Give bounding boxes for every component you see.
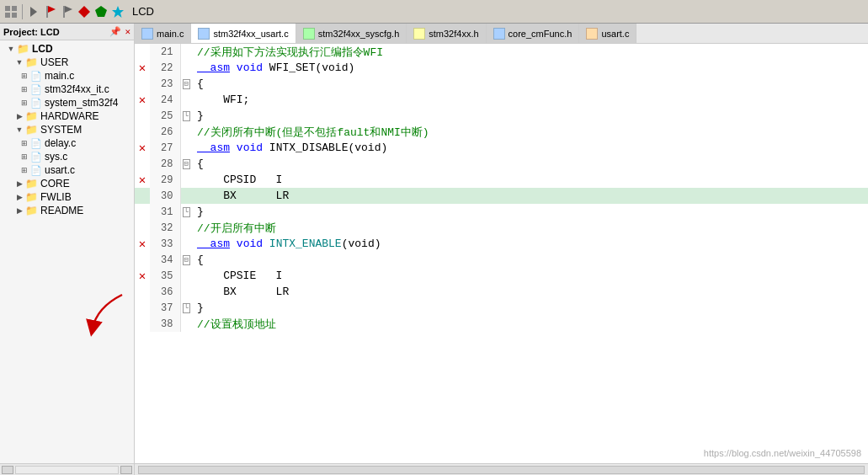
code-content-33: __asm void INTX_ENABLE(void)	[192, 236, 868, 252]
fold-col-33[interactable]	[180, 236, 192, 252]
error-col-30	[135, 188, 150, 204]
svg-marker-4	[30, 7, 37, 17]
tree-item-core[interactable]: ▶ 📁 CORE	[0, 177, 134, 190]
error-marker-24: ✕	[139, 93, 146, 107]
toolbar-icon-pentagon[interactable]	[93, 4, 109, 19]
fold-col-38[interactable]	[180, 316, 192, 332]
error-col-22: ✕	[135, 60, 150, 76]
fold-col-22[interactable]	[180, 60, 192, 76]
toolbar-icon-arrow[interactable]	[26, 4, 41, 19]
tab-icon-usart-c	[586, 28, 598, 40]
code-area[interactable]: 21//采用如下方法实现执行汇编指令WFI✕22__asm void WFI_S…	[135, 44, 868, 463]
fold-col-30[interactable]	[180, 188, 192, 204]
svg-marker-9	[78, 6, 90, 18]
line-num-33: 33	[150, 236, 180, 252]
code-line-21: 21//采用如下方法实现执行汇编指令WFI	[135, 44, 868, 60]
code-content-24: WFI;	[192, 92, 868, 108]
line-num-34: 34	[150, 252, 180, 268]
tree-item-stm32-it[interactable]: ⊞ 📄 stm32f4xx_it.c	[0, 83, 134, 96]
error-col-25	[135, 108, 150, 124]
code-line-35: ✕35 CPSIE I	[135, 268, 868, 284]
tree-item-readme[interactable]: ▶ 📁 README	[0, 204, 134, 217]
tab-core-cmfunc[interactable]: core_cmFunc.h	[487, 24, 580, 44]
code-line-22: ✕22__asm void WFI_SET(void)	[135, 60, 868, 76]
pin-icon[interactable]: 📌	[109, 26, 121, 37]
tab-label-main-c: main.c	[157, 29, 184, 39]
tree-item-system[interactable]: ▼ 📁 SYSTEM	[0, 123, 134, 136]
line-num-21: 21	[150, 44, 180, 60]
error-col-28	[135, 156, 150, 172]
fold-col-29[interactable]	[180, 172, 192, 188]
svg-marker-6	[48, 6, 56, 13]
fold-col-35[interactable]	[180, 268, 192, 284]
error-col-34	[135, 252, 150, 268]
tree-item-lcd[interactable]: ▼ 📁 LCD	[0, 42, 134, 56]
line-num-23: 23	[150, 76, 180, 92]
fold-col-37[interactable]: └	[180, 300, 192, 316]
code-content-28: {	[192, 156, 868, 172]
code-content-27: __asm void INTX_DISABLE(void)	[192, 140, 868, 156]
toolbar-icon-flag2[interactable]	[60, 4, 75, 19]
svg-rect-0	[5, 6, 10, 11]
tab-usart-c[interactable]: usart.c	[579, 24, 636, 44]
fold-col-21[interactable]	[180, 44, 192, 60]
fold-col-26[interactable]	[180, 124, 192, 140]
horizontal-scrollbar[interactable]	[138, 466, 865, 474]
fold-col-27[interactable]	[180, 140, 192, 156]
code-line-30: 30 BX LR	[135, 188, 868, 204]
tree-item-hardware[interactable]: ▶ 📁 HARDWARE	[0, 109, 134, 123]
tab-icon-core-cmfunc	[493, 28, 505, 40]
tab-main-c[interactable]: main.c	[135, 24, 191, 44]
tab-bar: main.c stm32f4xx_usart.c stm32f4xx_syscf…	[135, 24, 868, 44]
toolbar-separator	[22, 4, 23, 19]
tab-icon-stm32-syscfg	[303, 28, 315, 40]
toolbar-icon-flag1[interactable]	[43, 4, 58, 19]
close-panel-icon[interactable]: ✕	[125, 26, 130, 37]
code-content-36: BX LR	[192, 284, 868, 300]
tree-item-system-stm32[interactable]: ⊞ 📄 system_stm32f4	[0, 96, 134, 109]
tab-stm32-usart[interactable]: stm32f4xx_usart.c	[191, 24, 296, 44]
svg-rect-1	[12, 6, 17, 11]
tab-icon-stm32-h	[413, 28, 425, 40]
fold-col-32[interactable]	[180, 220, 192, 236]
tree-item-delay-c[interactable]: ⊞ 📄 delay.c	[0, 136, 134, 150]
tree-item-user[interactable]: ▼ 📁 USER	[0, 56, 134, 69]
code-content-35: CPSIE I	[192, 268, 868, 284]
tree-item-sys-c[interactable]: ⊞ 📄 sys.c	[0, 150, 134, 163]
tab-icon-stm32-usart	[198, 28, 210, 40]
svg-marker-10	[95, 6, 107, 17]
error-marker-33: ✕	[139, 238, 146, 251]
tab-stm32-h[interactable]: stm32f4xx.h	[407, 24, 486, 44]
fold-col-28[interactable]: ⊟	[180, 156, 192, 172]
bottom-scrollbar[interactable]	[135, 463, 868, 475]
tree-item-usart-c[interactable]: ⊞ 📄 usart.c	[0, 163, 134, 177]
toolbar-icon-grid[interactable]	[3, 4, 19, 19]
toolbar-icon-star[interactable]	[110, 4, 125, 19]
code-content-23: {	[192, 76, 868, 92]
fold-col-34[interactable]: ⊟	[180, 252, 192, 268]
error-marker-29: ✕	[139, 173, 146, 187]
tree-item-fwlib[interactable]: ▶ 📁 FWLIB	[0, 190, 134, 204]
error-col-29: ✕	[135, 172, 150, 188]
tab-label-stm32-usart: stm32f4xx_usart.c	[213, 29, 288, 39]
svg-rect-7	[63, 6, 65, 18]
tree-item-main-c[interactable]: ⊞ 📄 main.c	[0, 69, 134, 83]
fold-col-23[interactable]: ⊟	[180, 76, 192, 92]
code-line-24: ✕24 WFI;	[135, 92, 868, 108]
code-content-25: }	[192, 108, 868, 124]
toolbar-icon-diamond[interactable]	[77, 4, 92, 19]
line-num-31: 31	[150, 204, 180, 220]
left-panel-scrollbar[interactable]	[0, 463, 134, 475]
error-col-32	[135, 220, 150, 236]
fold-col-36[interactable]	[180, 284, 192, 300]
code-content-37: }	[192, 300, 868, 316]
tab-stm32-syscfg[interactable]: stm32f4xx_syscfg.h	[296, 24, 407, 44]
code-content-34: {	[192, 252, 868, 268]
fold-col-24[interactable]	[180, 92, 192, 108]
toolbar-title: LCD	[132, 5, 154, 18]
fold-col-31[interactable]: └	[180, 204, 192, 220]
line-num-26: 26	[150, 124, 180, 140]
tab-label-stm32-syscfg: stm32f4xx_syscfg.h	[318, 29, 400, 39]
code-content-26: //关闭所有中断(但是不包括fault和NMI中断)	[192, 124, 868, 140]
fold-col-25[interactable]: └	[180, 108, 192, 124]
